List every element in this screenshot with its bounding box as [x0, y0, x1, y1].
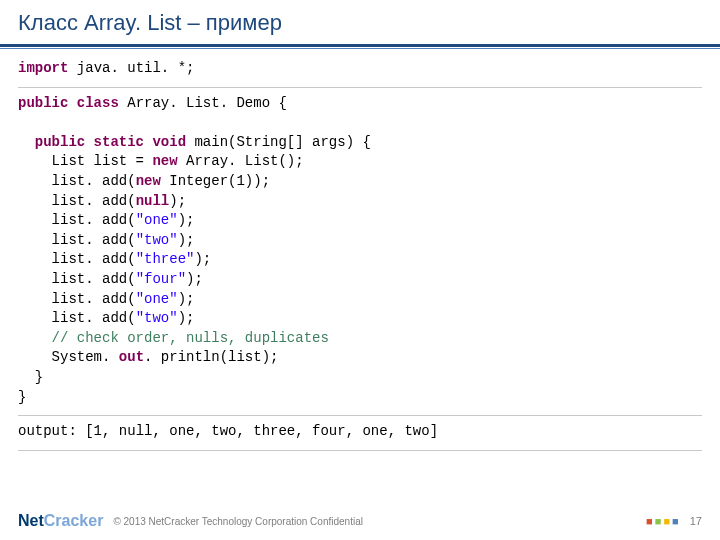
kw-new: new [152, 153, 177, 169]
divider [18, 450, 702, 451]
logo-cracker: Cracker [44, 512, 104, 529]
kw-null: null [136, 193, 170, 209]
code-text: list. add( [18, 310, 136, 326]
code-text: list. add( [18, 251, 136, 267]
code-text: Array. List. Demo { [119, 95, 287, 111]
code-text: } [18, 389, 26, 405]
page-number: 17 [690, 515, 702, 527]
str: "one" [136, 291, 178, 307]
kw-import: import [18, 60, 68, 76]
title-bar: Класс Array. List – пример [0, 0, 720, 42]
accent-bar [0, 44, 720, 47]
code-text: ); [194, 251, 211, 267]
code-text: ); [169, 193, 186, 209]
str: "one" [136, 212, 178, 228]
code-text: list. add( [18, 193, 136, 209]
slide: Класс Array. List – пример import java. … [0, 0, 720, 540]
code-text: list. add( [18, 212, 136, 228]
code-text: ); [178, 212, 195, 228]
content-area: import java. util. *; public class Array… [0, 49, 720, 451]
code-block: public class Array. List. Demo { public … [18, 94, 702, 408]
output-line: output: [1, null, one, two, three, four,… [18, 422, 702, 442]
code-text: main(String[] args) { [186, 134, 371, 150]
code-text: } [18, 369, 43, 385]
code-text: ); [178, 291, 195, 307]
kw-out: out [119, 349, 144, 365]
code-text: ); [178, 232, 195, 248]
code-text: list. add( [18, 173, 136, 189]
divider [18, 415, 702, 416]
dots-icon: ■■■■ [646, 515, 681, 527]
code-text: list. add( [18, 232, 136, 248]
str: "two" [136, 232, 178, 248]
logo: NetCracker [18, 512, 103, 530]
str: "four" [136, 271, 186, 287]
code-text: list. add( [18, 291, 136, 307]
kw-public-static-void: public static void [18, 134, 186, 150]
slide-title: Класс Array. List – пример [18, 10, 702, 36]
code-text: Array. List(); [178, 153, 304, 169]
code-text: java. util. *; [68, 60, 194, 76]
code-text: list. add( [18, 271, 136, 287]
str: "three" [136, 251, 195, 267]
comment: // check order, nulls, duplicates [18, 330, 329, 346]
footer: NetCracker © 2013 NetCracker Technology … [18, 512, 702, 530]
output-value: [1, null, one, two, three, four, one, tw… [85, 423, 438, 439]
kw-public-class: public class [18, 95, 119, 111]
page-number-group: ■■■■ 17 [646, 515, 702, 527]
copyright: © 2013 NetCracker Technology Corporation… [113, 516, 363, 527]
divider [18, 87, 702, 88]
output-label: output: [18, 423, 85, 439]
str: "two" [136, 310, 178, 326]
code-block: import java. util. *; [18, 59, 702, 79]
code-text: System. [18, 349, 119, 365]
logo-net: Net [18, 512, 44, 529]
kw-new: new [136, 173, 161, 189]
code-text: List list = [18, 153, 152, 169]
code-text: ); [186, 271, 203, 287]
code-text: Integer(1)); [161, 173, 270, 189]
code-text: ); [178, 310, 195, 326]
code-text: . println(list); [144, 349, 278, 365]
